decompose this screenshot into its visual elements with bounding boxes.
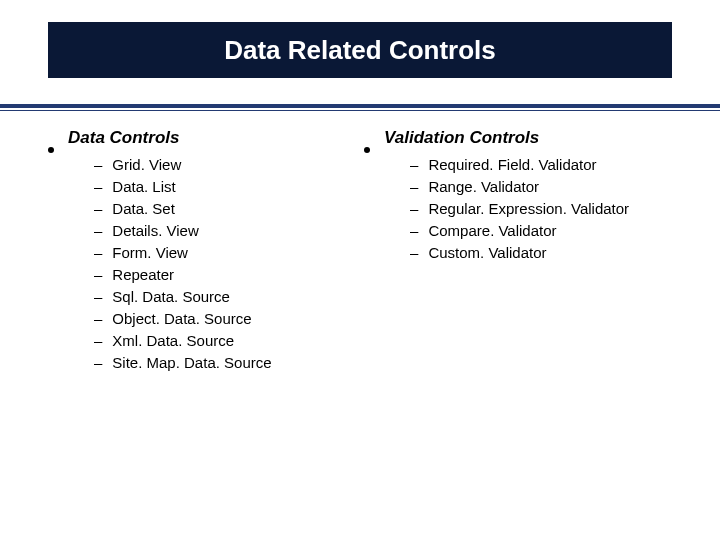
list-item: –Data. Set [94, 200, 364, 217]
item-text: Xml. Data. Source [112, 332, 234, 349]
item-text: Required. Field. Validator [428, 156, 596, 173]
bullet-row: Validation Controls [364, 128, 696, 148]
list-item: –Sql. Data. Source [94, 288, 364, 305]
bullet-row: Data Controls [48, 128, 364, 148]
bullet-icon [48, 147, 54, 153]
column-heading: Validation Controls [384, 128, 539, 148]
list-item: –Data. List [94, 178, 364, 195]
sublist: –Required. Field. Validator –Range. Vali… [410, 156, 696, 261]
slide-title: Data Related Controls [224, 35, 496, 66]
item-text: Details. View [112, 222, 198, 239]
dash-icon: – [410, 200, 418, 217]
title-bar: Data Related Controls [48, 22, 672, 78]
dash-icon: – [410, 156, 418, 173]
item-text: Form. View [112, 244, 188, 261]
list-item: –Site. Map. Data. Source [94, 354, 364, 371]
list-item: –Xml. Data. Source [94, 332, 364, 349]
list-item: –Details. View [94, 222, 364, 239]
item-text: Repeater [112, 266, 174, 283]
sublist: –Grid. View –Data. List –Data. Set –Deta… [94, 156, 364, 371]
dash-icon: – [94, 332, 102, 349]
item-text: Compare. Validator [428, 222, 556, 239]
dash-icon: – [410, 178, 418, 195]
item-text: Range. Validator [428, 178, 539, 195]
list-item: –Repeater [94, 266, 364, 283]
dash-icon: – [94, 310, 102, 327]
dash-icon: – [94, 200, 102, 217]
content-area: Data Controls –Grid. View –Data. List –D… [48, 128, 696, 520]
divider-rule [0, 104, 720, 108]
item-text: Site. Map. Data. Source [112, 354, 271, 371]
column-data-controls: Data Controls –Grid. View –Data. List –D… [48, 128, 364, 520]
list-item: –Compare. Validator [410, 222, 696, 239]
dash-icon: – [94, 244, 102, 261]
bullet-icon [364, 147, 370, 153]
dash-icon: – [94, 222, 102, 239]
item-text: Object. Data. Source [112, 310, 251, 327]
item-text: Data. List [112, 178, 175, 195]
dash-icon: – [94, 156, 102, 173]
list-item: –Regular. Expression. Validator [410, 200, 696, 217]
slide: Data Related Controls Data Controls –Gri… [0, 0, 720, 540]
dash-icon: – [410, 222, 418, 239]
list-item: –Form. View [94, 244, 364, 261]
dash-icon: – [410, 244, 418, 261]
item-text: Sql. Data. Source [112, 288, 230, 305]
item-text: Grid. View [112, 156, 181, 173]
item-text: Data. Set [112, 200, 175, 217]
list-item: –Object. Data. Source [94, 310, 364, 327]
dash-icon: – [94, 354, 102, 371]
list-item: –Range. Validator [410, 178, 696, 195]
list-item: –Grid. View [94, 156, 364, 173]
list-item: –Custom. Validator [410, 244, 696, 261]
dash-icon: – [94, 178, 102, 195]
column-heading: Data Controls [68, 128, 179, 148]
dash-icon: – [94, 266, 102, 283]
item-text: Regular. Expression. Validator [428, 200, 629, 217]
dash-icon: – [94, 288, 102, 305]
list-item: –Required. Field. Validator [410, 156, 696, 173]
item-text: Custom. Validator [428, 244, 546, 261]
column-validation-controls: Validation Controls –Required. Field. Va… [364, 128, 696, 520]
